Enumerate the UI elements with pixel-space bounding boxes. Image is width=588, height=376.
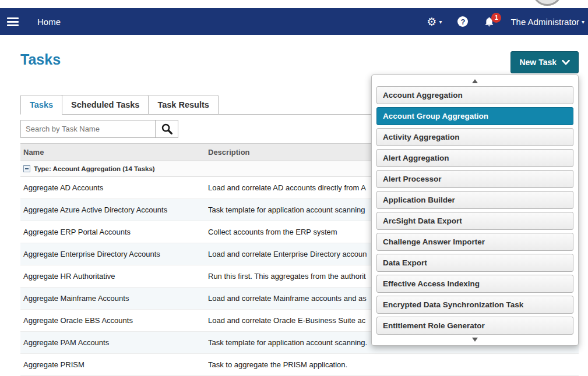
menu-item[interactable]: Activity Aggregation: [376, 128, 573, 146]
menu-item[interactable]: Account Aggregation: [376, 86, 573, 104]
navbar-right-cluster: ⚙ ▾ ? 1 The Administrator ▾: [427, 16, 585, 27]
chevron-down-icon: ▾: [439, 19, 442, 25]
tab-label: Task Results: [157, 100, 209, 109]
new-task-button[interactable]: New Task: [510, 51, 579, 73]
search-icon: [161, 123, 173, 135]
settings-menu-button[interactable]: ⚙ ▾: [427, 16, 442, 27]
menu-item[interactable]: Account Group Aggregation: [376, 107, 573, 125]
collapse-icon[interactable]: [23, 165, 30, 172]
menu-item[interactable]: Application Builder: [376, 191, 573, 209]
task-name[interactable]: Aggregate HR Authoritative: [23, 272, 208, 281]
task-description: Task to aggregate the PRISM application.: [208, 360, 574, 369]
group-header-label: Type: Account Aggregation (14 Tasks): [34, 165, 155, 172]
task-name[interactable]: Aggregate AD Accounts: [23, 183, 208, 192]
gear-icon: ⚙: [427, 16, 436, 27]
column-header-name[interactable]: Name: [23, 148, 208, 157]
tab[interactable]: Scheduled Tasks: [62, 95, 149, 115]
user-name: The Administrator: [510, 17, 579, 27]
task-name[interactable]: Aggregate Oracle EBS Accounts: [23, 316, 208, 325]
task-name[interactable]: Aggregate PAM Accounts: [23, 338, 208, 347]
page-title: Tasks: [20, 51, 61, 68]
menu-item[interactable]: ArcSight Data Export: [376, 212, 573, 230]
dropdown-menu-list: Account Aggregation Account Group Aggreg…: [376, 86, 573, 335]
tab[interactable]: Task Results: [148, 95, 218, 115]
tab-label: Tasks: [30, 100, 53, 109]
nav-home-link[interactable]: Home: [37, 17, 61, 27]
task-name[interactable]: Aggregate Azure Active Directory Account…: [23, 205, 208, 214]
search-button[interactable]: [155, 120, 178, 138]
question-mark-icon: ?: [457, 16, 468, 27]
new-task-dropdown: Account Aggregation Account Group Aggreg…: [371, 75, 579, 346]
menu-item[interactable]: Challenge Answer Importer: [376, 233, 573, 251]
scroll-down-icon[interactable]: [472, 338, 478, 342]
hamburger-bar: [7, 17, 19, 19]
notifications-button[interactable]: 1: [484, 16, 495, 27]
menu-item[interactable]: Effective Access Indexing: [376, 275, 573, 293]
avatar[interactable]: [532, 0, 562, 6]
hamburger-menu-icon[interactable]: [7, 17, 19, 26]
task-name[interactable]: Aggregate ERP Portal Accounts: [23, 228, 208, 236]
notification-badge: 1: [491, 13, 501, 23]
menu-item[interactable]: Entitlement Role Generator: [376, 317, 573, 335]
user-menu[interactable]: The Administrator ▾: [510, 17, 585, 27]
menu-item[interactable]: Alert Aggregation: [376, 149, 573, 167]
hamburger-bar: [7, 21, 19, 23]
menu-item[interactable]: Encrypted Data Synchronization Task: [376, 296, 573, 314]
search-input[interactable]: [20, 120, 156, 138]
menu-item[interactable]: Data Export: [376, 254, 573, 272]
scroll-up-icon[interactable]: [472, 79, 478, 83]
new-task-label: New Task: [519, 58, 557, 67]
tab[interactable]: Tasks: [20, 95, 62, 115]
help-button[interactable]: ?: [457, 16, 468, 27]
task-name[interactable]: Aggregate PRISM: [23, 360, 208, 369]
page-header: Tasks New Task: [20, 51, 579, 73]
chevron-down-icon: [562, 60, 570, 65]
task-name[interactable]: Aggregate Enterprise Directory Accounts: [23, 250, 208, 258]
menu-item[interactable]: Alert Processor: [376, 170, 573, 188]
hamburger-bar: [7, 24, 19, 26]
task-name[interactable]: Aggregate Mainframe Accounts: [23, 294, 208, 303]
top-navbar: Home ⚙ ▾ ? 1 The Administrator ▾: [0, 8, 588, 35]
tab-label: Scheduled Tasks: [71, 100, 139, 109]
chevron-down-icon: ▾: [582, 19, 585, 25]
table-row[interactable]: Aggregate PRISM Task to aggregate the PR…: [20, 354, 579, 376]
